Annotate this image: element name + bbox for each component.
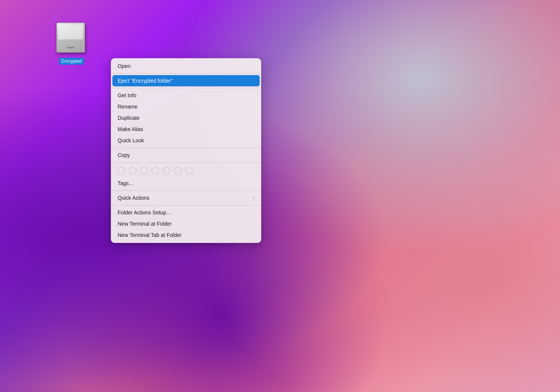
color-dot-green[interactable] xyxy=(151,167,159,175)
encrypted-folder-icon xyxy=(56,23,86,56)
separator-5 xyxy=(111,190,261,191)
drive-shape xyxy=(56,23,85,53)
color-dot-purple[interactable] xyxy=(174,167,182,175)
menu-item-new-terminal-tab[interactable]: New Terminal Tab at Folder xyxy=(111,229,261,241)
context-menu: Open Eject “Encrypted folder” Get Info R… xyxy=(111,58,261,243)
separator-1 xyxy=(111,73,261,74)
color-dot-blue[interactable] xyxy=(163,167,170,175)
folder-label: Encrypted xyxy=(59,58,84,65)
menu-item-duplicate[interactable]: Duplicate xyxy=(111,112,261,124)
menu-item-folder-actions-setup[interactable]: Folder Actions Setup… xyxy=(111,207,261,218)
color-dot-red[interactable] xyxy=(118,167,125,175)
separator-2 xyxy=(111,88,261,88)
chevron-right-icon: › xyxy=(253,195,254,201)
color-dot-orange[interactable] xyxy=(129,167,136,175)
color-dot-yellow[interactable] xyxy=(140,167,148,175)
menu-item-quick-look[interactable]: Quick Look xyxy=(111,135,261,146)
menu-item-open[interactable]: Open xyxy=(111,60,261,72)
menu-item-get-info[interactable]: Get Info xyxy=(111,90,261,101)
menu-item-copy[interactable]: Copy xyxy=(111,149,261,161)
color-tags-row xyxy=(111,164,261,178)
menu-item-quick-actions[interactable]: Quick Actions › xyxy=(111,192,261,204)
folder-icon-area: Encrypted xyxy=(56,23,86,65)
menu-item-new-terminal[interactable]: New Terminal at Folder xyxy=(111,218,261,229)
color-dot-gray[interactable] xyxy=(185,167,193,175)
separator-4 xyxy=(111,162,261,163)
menu-item-eject[interactable]: Eject “Encrypted folder” xyxy=(112,75,260,86)
menu-item-tags[interactable]: Tags… xyxy=(111,178,261,189)
menu-item-make-alias[interactable]: Make Alias xyxy=(111,124,261,135)
separator-3 xyxy=(111,148,261,148)
menu-item-rename[interactable]: Rename xyxy=(111,101,261,112)
separator-6 xyxy=(111,205,261,205)
